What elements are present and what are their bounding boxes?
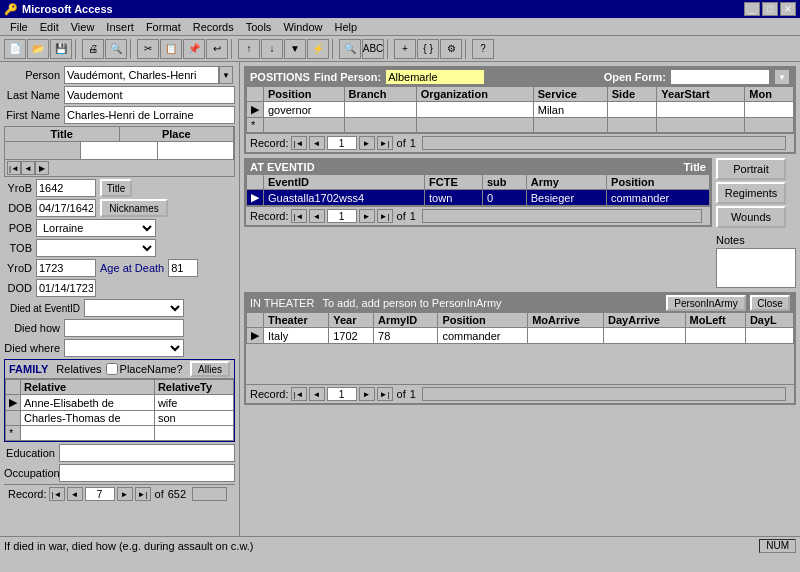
pob-dropdown[interactable]: Lorraine xyxy=(36,219,156,237)
tp-nav-first[interactable]: |◄ xyxy=(7,161,21,175)
th-row1-dayl[interactable] xyxy=(745,328,793,344)
tb-spell[interactable]: ABC xyxy=(362,39,384,59)
notes-area[interactable] xyxy=(716,248,796,288)
tb-new-obj[interactable]: + xyxy=(394,39,416,59)
person-dropdown-btn[interactable]: ▼ xyxy=(219,66,233,84)
tb-copy[interactable]: 📋 xyxy=(160,39,182,59)
tb-sort-desc[interactable]: ↓ xyxy=(261,39,283,59)
th-row1-armyid[interactable]: 78 xyxy=(374,328,438,344)
evt-rec-last[interactable]: ►| xyxy=(377,209,393,223)
pos-asterisk-col4[interactable] xyxy=(533,118,607,133)
place-cell[interactable] xyxy=(158,142,234,160)
pos-asterisk-col3[interactable] xyxy=(416,118,533,133)
menu-records[interactable]: Records xyxy=(187,19,240,35)
evt-row1-army[interactable]: Besieger xyxy=(526,190,606,206)
lastname-input[interactable] xyxy=(64,86,235,104)
died-how-input[interactable] xyxy=(64,319,184,337)
tb-open[interactable]: 📂 xyxy=(27,39,49,59)
tb-help[interactable]: ? xyxy=(472,39,494,59)
family-row2-type[interactable]: son xyxy=(154,411,233,426)
th-rec-current[interactable] xyxy=(327,387,357,401)
pos-row1-mon[interactable] xyxy=(745,102,794,118)
tb-cut[interactable]: ✂ xyxy=(137,39,159,59)
education-input[interactable] xyxy=(59,444,235,462)
pos-scrollbar[interactable] xyxy=(422,136,786,150)
rec-next[interactable]: ► xyxy=(117,487,133,501)
menu-window[interactable]: Window xyxy=(277,19,328,35)
tb-filter[interactable]: ▼ xyxy=(284,39,306,59)
tob-dropdown[interactable] xyxy=(36,239,156,257)
regiments-button[interactable]: Regiments xyxy=(716,182,786,204)
pos-row1-branch[interactable] xyxy=(344,102,416,118)
rec-last[interactable]: ►| xyxy=(135,487,151,501)
occupation-input[interactable] xyxy=(59,464,235,482)
pos-row1-yearstart[interactable] xyxy=(657,102,745,118)
th-row1-moarrive[interactable] xyxy=(528,328,604,344)
evt-row1-eventid[interactable]: Guastalla1702wss4 xyxy=(264,190,425,206)
tp-nav-prev[interactable]: ◄ xyxy=(21,161,35,175)
menu-help[interactable]: Help xyxy=(329,19,364,35)
person-in-army-button[interactable]: PersonInArmy xyxy=(666,295,746,311)
th-rec-next[interactable]: ► xyxy=(359,387,375,401)
wounds-button[interactable]: Wounds xyxy=(716,206,786,228)
menu-insert[interactable]: Insert xyxy=(100,19,140,35)
th-rec-last[interactable]: ►| xyxy=(377,387,393,401)
yrod-input[interactable] xyxy=(36,259,96,277)
evt-row1-position[interactable]: commander xyxy=(607,190,710,206)
tb-print[interactable]: 🖨 xyxy=(82,39,104,59)
pos-rec-prev[interactable]: ◄ xyxy=(309,136,325,150)
rec-prev[interactable]: ◄ xyxy=(67,487,83,501)
pos-rec-first[interactable]: |◄ xyxy=(291,136,307,150)
th-row1-theater[interactable]: Italy xyxy=(264,328,329,344)
menu-edit[interactable]: Edit xyxy=(34,19,65,35)
close-button[interactable]: ✕ xyxy=(780,2,796,16)
family-row2-relative[interactable]: Charles-Thomas de xyxy=(21,411,155,426)
menu-tools[interactable]: Tools xyxy=(240,19,278,35)
th-row1-moleft[interactable] xyxy=(685,328,745,344)
menu-format[interactable]: Format xyxy=(140,19,187,35)
th-rec-prev[interactable]: ◄ xyxy=(309,387,325,401)
yob-input[interactable] xyxy=(36,179,96,197)
pos-rec-current[interactable] xyxy=(327,136,357,150)
title-small-button[interactable]: Title xyxy=(100,179,132,197)
tb-new[interactable]: 📄 xyxy=(4,39,26,59)
rec-scrollbar[interactable] xyxy=(192,487,227,501)
evt-rec-next[interactable]: ► xyxy=(359,209,375,223)
pos-asterisk-col6[interactable] xyxy=(657,118,745,133)
menu-view[interactable]: View xyxy=(65,19,101,35)
pos-asterisk-col7[interactable] xyxy=(745,118,794,133)
pos-rec-next[interactable]: ► xyxy=(359,136,375,150)
evt-scrollbar[interactable] xyxy=(422,209,702,223)
minimize-button[interactable]: _ xyxy=(744,2,760,16)
evt-row1-sub[interactable]: 0 xyxy=(482,190,526,206)
th-rec-first[interactable]: |◄ xyxy=(291,387,307,401)
age-at-death-input[interactable] xyxy=(168,259,198,277)
evt-rec-first[interactable]: |◄ xyxy=(291,209,307,223)
family-row1-relative[interactable]: Anne-Elisabeth de xyxy=(21,395,155,411)
th-row1-year[interactable]: 1702 xyxy=(329,328,374,344)
rec-current[interactable] xyxy=(85,487,115,501)
pos-row1-side[interactable] xyxy=(607,102,657,118)
tb-apply-filter[interactable]: ⚡ xyxy=(307,39,329,59)
find-person-input[interactable] xyxy=(385,69,485,85)
open-form-input[interactable] xyxy=(670,69,770,85)
rec-first[interactable]: |◄ xyxy=(49,487,65,501)
tb-find[interactable]: 🔍 xyxy=(339,39,361,59)
dob-input[interactable] xyxy=(36,199,96,217)
evt-row1-fcte[interactable]: town xyxy=(425,190,483,206)
evt-rec-current[interactable] xyxy=(327,209,357,223)
tb-undo[interactable]: ↩ xyxy=(206,39,228,59)
tp-nav-new[interactable]: ▶ xyxy=(35,161,49,175)
tb-print-preview[interactable]: 🔍 xyxy=(105,39,127,59)
person-input[interactable] xyxy=(64,66,219,84)
firstname-input[interactable] xyxy=(64,106,235,124)
family-asterisk-col2[interactable] xyxy=(154,426,233,441)
family-asterisk-col1[interactable] xyxy=(21,426,155,441)
tb-properties[interactable]: ⚙ xyxy=(440,39,462,59)
pos-row1-org[interactable] xyxy=(416,102,533,118)
pos-asterisk-col5[interactable] xyxy=(607,118,657,133)
menu-file[interactable]: File xyxy=(4,19,34,35)
dod-input[interactable] xyxy=(36,279,96,297)
portrait-button[interactable]: Portrait xyxy=(716,158,786,180)
pos-rec-last[interactable]: ►| xyxy=(377,136,393,150)
